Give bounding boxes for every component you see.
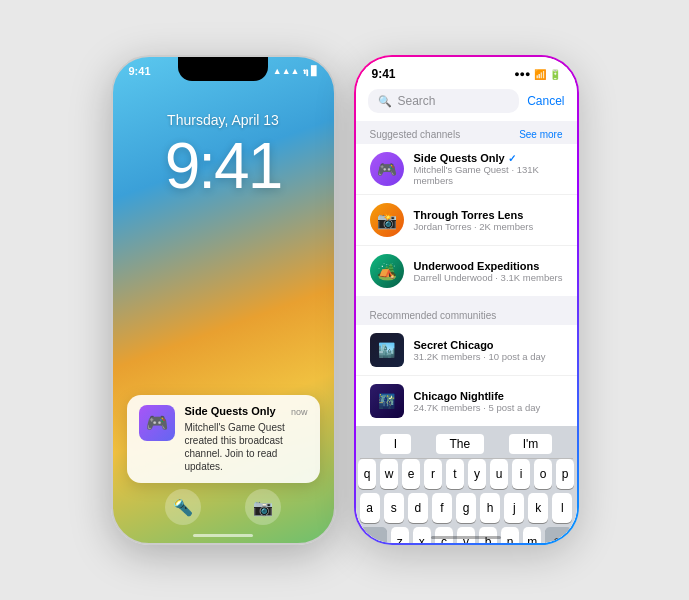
channel-info: Underwood Expeditions Darrell Underwood … <box>414 260 563 283</box>
suggested-channels-header: Suggested channels See more <box>356 121 577 144</box>
phones-container: 9:41 ▲▲▲ 𝛈 ▊ Thursday, April 13 9:41 🎮 S… <box>91 35 599 565</box>
lock-time: 9:41 <box>113 129 334 203</box>
key-t[interactable]: t <box>446 459 464 489</box>
list-item[interactable]: 🏕️ Underwood Expeditions Darrell Underwo… <box>356 246 577 296</box>
channel-list: 🎮 Side Quests Only ✓ Mitchell's Game Que… <box>356 144 577 296</box>
key-y[interactable]: y <box>468 459 486 489</box>
key-u[interactable]: u <box>490 459 508 489</box>
keyboard-suggestions: I The I'm <box>360 430 573 459</box>
key-j[interactable]: j <box>504 493 524 523</box>
key-n[interactable]: n <box>501 527 519 543</box>
key-x[interactable]: x <box>413 527 431 543</box>
delete-key[interactable]: ⌫ <box>545 527 572 543</box>
keyboard-row-1: q w e r t y u i o p <box>360 459 573 489</box>
community-info: Chicago Nightlife 24.7K members · 5 post… <box>414 390 563 413</box>
suggestion-im[interactable]: I'm <box>509 434 553 454</box>
key-i[interactable]: i <box>512 459 530 489</box>
key-b[interactable]: b <box>479 527 497 543</box>
community-thumb: 🏙️ <box>370 333 404 367</box>
left-status-bar: 9:41 ▲▲▲ 𝛈 ▊ <box>129 65 318 77</box>
keyboard-row-2: a s d f g h j k l <box>360 493 573 523</box>
key-r[interactable]: r <box>424 459 442 489</box>
list-item[interactable]: 🏙️ Secret Chicago 31.2K members · 10 pos… <box>356 325 577 376</box>
key-o[interactable]: o <box>534 459 552 489</box>
key-m[interactable]: m <box>523 527 541 543</box>
avatar: 📸 <box>370 203 404 237</box>
right-wifi-icon: 📶 <box>534 69 546 80</box>
avatar: 🎮 <box>370 152 404 186</box>
list-item[interactable]: 🌃 Chicago Nightlife 24.7K members · 5 po… <box>356 376 577 426</box>
notification-title: Side Quests Only <box>185 405 276 417</box>
key-d[interactable]: d <box>408 493 428 523</box>
search-placeholder: Search <box>398 94 436 108</box>
channel-name: Underwood Expeditions <box>414 260 563 272</box>
channel-name: Side Quests Only ✓ <box>414 152 563 164</box>
key-c[interactable]: c <box>435 527 453 543</box>
key-h[interactable]: h <box>480 493 500 523</box>
channel-info: Through Torres Lens Jordan Torres · 2K m… <box>414 209 563 232</box>
avatar: 🏕️ <box>370 254 404 288</box>
list-item[interactable]: 🎮 Side Quests Only ✓ Mitchell's Game Que… <box>356 144 577 195</box>
notification-body: Mitchell's Game Quest created this broad… <box>185 421 308 473</box>
left-status-time: 9:41 <box>129 65 151 77</box>
left-phone: 9:41 ▲▲▲ 𝛈 ▊ Thursday, April 13 9:41 🎮 S… <box>111 55 336 545</box>
search-icon: 🔍 <box>378 95 392 108</box>
key-e[interactable]: e <box>402 459 420 489</box>
channel-name: Through Torres Lens <box>414 209 563 221</box>
channel-sub: Jordan Torres · 2K members <box>414 221 563 232</box>
community-info: Secret Chicago 31.2K members · 10 post a… <box>414 339 563 362</box>
keyboard-row-3: ⇧ z x c v b n m ⌫ <box>360 527 573 543</box>
key-q[interactable]: q <box>358 459 376 489</box>
right-phone: 9:41 ●●● 📶 🔋 🔍 Search Cancel Suggested c… <box>354 55 579 545</box>
camera-icon[interactable]: 📷 <box>245 489 281 525</box>
key-s[interactable]: s <box>384 493 404 523</box>
notification-content: Side Quests Only now Mitchell's Game Que… <box>185 405 308 473</box>
key-p[interactable]: p <box>556 459 574 489</box>
community-name: Secret Chicago <box>414 339 563 351</box>
suggested-channels-label: Suggested channels <box>370 129 461 140</box>
right-signal-icon: ●●● <box>514 69 530 79</box>
community-list: 🏙️ Secret Chicago 31.2K members · 10 pos… <box>356 325 577 426</box>
key-g[interactable]: g <box>456 493 476 523</box>
key-w[interactable]: w <box>380 459 398 489</box>
search-field[interactable]: 🔍 Search <box>368 89 520 113</box>
community-sub: 31.2K members · 10 post a day <box>414 351 563 362</box>
key-v[interactable]: v <box>457 527 475 543</box>
community-sub: 24.7K members · 5 post a day <box>414 402 563 413</box>
lock-notification[interactable]: 🎮 Side Quests Only now Mitchell's Game Q… <box>127 395 320 483</box>
suggestion-the[interactable]: The <box>436 434 485 454</box>
notification-app-icon: 🎮 <box>139 405 175 441</box>
key-l[interactable]: l <box>552 493 572 523</box>
verified-badge: ✓ <box>508 153 516 164</box>
keyboard: I The I'm q w e r t y u i o p a <box>356 426 577 543</box>
right-status-icons: ●●● 📶 🔋 <box>514 69 560 80</box>
key-z[interactable]: z <box>391 527 409 543</box>
see-more-button[interactable]: See more <box>519 129 562 140</box>
shift-key[interactable]: ⇧ <box>360 527 387 543</box>
recommended-communities-header: Recommended communities <box>356 302 577 325</box>
home-indicator <box>431 536 501 539</box>
battery-icon: ▊ <box>311 66 318 76</box>
search-bar-row: 🔍 Search Cancel <box>356 81 577 121</box>
channel-sub: Mitchell's Game Quest · 131K members <box>414 164 563 186</box>
community-thumb: 🌃 <box>370 384 404 418</box>
right-status-time: 9:41 <box>372 67 396 81</box>
home-indicator <box>193 534 253 537</box>
channel-sub: Darrell Underwood · 3.1K members <box>414 272 563 283</box>
lock-date: Thursday, April 13 <box>113 112 334 128</box>
channel-info: Side Quests Only ✓ Mitchell's Game Quest… <box>414 152 563 186</box>
lock-bottom-controls: 🔦 📷 <box>113 489 334 525</box>
cancel-button[interactable]: Cancel <box>527 94 564 108</box>
left-status-icons: ▲▲▲ 𝛈 ▊ <box>273 66 318 77</box>
community-name: Chicago Nightlife <box>414 390 563 402</box>
key-f[interactable]: f <box>432 493 452 523</box>
signal-icon: ▲▲▲ <box>273 66 300 76</box>
right-status-bar: 9:41 ●●● 📶 🔋 <box>356 57 577 81</box>
flashlight-icon[interactable]: 🔦 <box>165 489 201 525</box>
notification-time: now <box>291 407 308 417</box>
right-phone-inner: 9:41 ●●● 📶 🔋 🔍 Search Cancel Suggested c… <box>356 57 577 543</box>
key-k[interactable]: k <box>528 493 548 523</box>
suggestion-i[interactable]: I <box>380 434 411 454</box>
list-item[interactable]: 📸 Through Torres Lens Jordan Torres · 2K… <box>356 195 577 246</box>
key-a[interactable]: a <box>360 493 380 523</box>
